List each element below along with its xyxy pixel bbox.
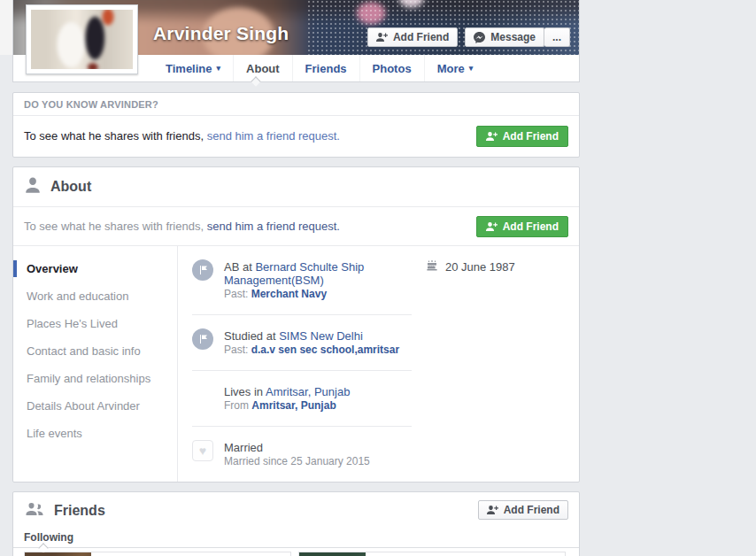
friend-request-text: To see what he shares with friends,	[24, 129, 207, 143]
education-icon	[192, 328, 213, 350]
birthday-cake-icon	[426, 259, 438, 274]
message-button[interactable]: Message	[465, 27, 544, 47]
send-friend-request-link[interactable]: send him a friend request.	[207, 129, 340, 143]
sidebar-item-life-events[interactable]: Life events	[13, 420, 177, 447]
header-action-buttons: Add Friend Message ...	[367, 27, 570, 47]
current-city-row: Lives in Amritsar, Punjab From Amritsar,…	[192, 371, 412, 427]
message-label: Message	[490, 31, 536, 43]
past-school-link[interactable]: d.a.v sen sec school,amritsar	[251, 344, 399, 356]
relationship-row: ♥ Married Married since 25 January 2015	[192, 427, 412, 482]
more-actions-button[interactable]: ...	[544, 27, 570, 47]
add-friend-icon	[486, 131, 498, 142]
friend-photo	[25, 552, 91, 556]
heart-icon: ♥	[192, 440, 213, 461]
friends-card-title: Friends	[54, 503, 105, 519]
friends-icon	[24, 501, 45, 521]
sidebar-item-contact-basic-info[interactable]: Contact and basic info	[13, 337, 177, 365]
tab-more[interactable]: More ▾	[424, 55, 486, 81]
about-sidebar-nav: Overview Work and education Places He's …	[13, 246, 178, 482]
add-friend-button-green[interactable]: Add Friend	[476, 216, 568, 237]
tab-timeline[interactable]: Timeline ▾	[153, 55, 233, 81]
work-row: AB at Bernard Schulte Ship Management(BS…	[192, 246, 412, 315]
relationship-status: Married	[224, 441, 263, 454]
sidebar-item-work-education[interactable]: Work and education	[13, 282, 177, 310]
facebook-profile-page: Arvinder Singh Add Friend Message ...	[12, 0, 580, 556]
hometown-link[interactable]: Amritsar, Punjab	[251, 399, 336, 412]
friend-card[interactable]	[24, 552, 291, 556]
friend-card[interactable]	[298, 552, 566, 556]
sidebar-item-details-about[interactable]: Details About Arvinder	[13, 392, 177, 420]
do-you-know-heading: DO YOU KNOW ARVINDER?	[13, 93, 579, 116]
do-you-know-card: DO YOU KNOW ARVINDER? To see what he sha…	[12, 92, 580, 158]
about-friend-request-row: To see what he shares with friends, send…	[13, 207, 579, 246]
add-friend-icon	[486, 221, 498, 232]
overview-right-column: 20 June 1987	[412, 246, 579, 482]
past-workplace-link[interactable]: Merchant Navy	[251, 288, 327, 300]
workplace-icon	[192, 259, 213, 281]
sidebar-item-overview[interactable]: Overview	[13, 255, 177, 282]
add-friend-label: Add Friend	[393, 31, 449, 43]
about-card-title: About	[50, 179, 91, 195]
about-card: About To see what he shares with friends…	[12, 166, 580, 483]
profile-name: Arvinder Singh	[153, 23, 289, 44]
friends-card-header: Friends Add Friend	[13, 492, 579, 529]
friends-tab-bar: Following	[13, 529, 579, 548]
birthday-date: 20 June 1987	[445, 260, 515, 274]
sidebar-item-places-lived[interactable]: Places He's Lived	[13, 310, 177, 337]
send-friend-request-link[interactable]: send him a friend request.	[207, 220, 340, 233]
city-photo-icon	[192, 384, 213, 405]
tab-about[interactable]: About	[233, 55, 292, 81]
education-row: Studied at SIMS New Delhi Past: d.a.v se…	[192, 315, 412, 371]
school-link[interactable]: SIMS New Delhi	[279, 329, 363, 343]
tab-friends[interactable]: Friends	[292, 55, 359, 81]
chevron-down-icon: ▾	[469, 65, 474, 73]
do-you-know-body: To see what he shares with friends, send…	[13, 116, 579, 157]
friends-list	[13, 548, 579, 556]
add-friend-icon	[376, 32, 388, 42]
profile-picture-image	[31, 10, 133, 69]
relationship-since: Married since 25 January 2015	[224, 455, 370, 467]
tab-photos[interactable]: Photos	[359, 55, 424, 81]
birthday-row: 20 June 1987	[426, 259, 565, 274]
chevron-down-icon: ▾	[217, 65, 221, 73]
person-icon	[24, 176, 42, 197]
current-city-link[interactable]: Amritsar, Punjab	[266, 385, 350, 398]
sidebar-item-family-relationships[interactable]: Family and relationships	[13, 365, 177, 392]
add-friend-button-green[interactable]: Add Friend	[476, 126, 568, 147]
messenger-icon	[474, 32, 485, 43]
about-card-header: About	[13, 167, 579, 207]
add-friend-button[interactable]: Add Friend	[367, 27, 458, 47]
friend-request-text: To see what he shares with friends,	[24, 220, 207, 233]
page-left-margin	[0, 0, 12, 55]
ellipsis-icon: ...	[552, 31, 561, 43]
add-friend-icon	[487, 505, 498, 515]
friends-card: Friends Add Friend Following	[12, 491, 580, 556]
friend-photo	[299, 552, 366, 556]
profile-picture[interactable]	[26, 4, 138, 74]
add-friend-button[interactable]: Add Friend	[478, 500, 568, 520]
tab-following[interactable]: Following	[24, 531, 73, 544]
profile-header-card: Arvinder Singh Add Friend Message ...	[12, 0, 580, 82]
overview-info-column: AB at Bernard Schulte Ship Management(BS…	[178, 246, 412, 482]
